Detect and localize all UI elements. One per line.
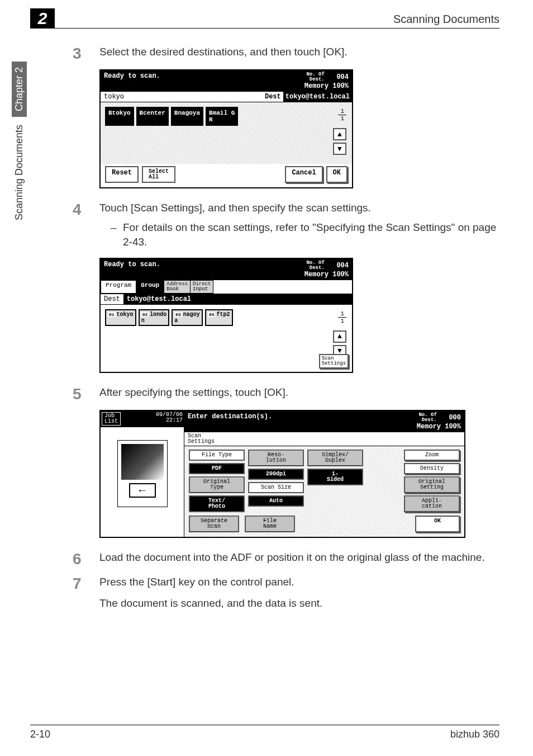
tab-direct-input[interactable]: Direct Input: [190, 280, 213, 294]
product-name: bizhub 360: [450, 729, 499, 740]
job-list-button[interactable]: Job List: [102, 412, 121, 426]
original-type-value: Text/ Photo: [189, 495, 245, 512]
tab-group[interactable]: Group: [136, 280, 164, 294]
chapter-number-badge: 2: [30, 8, 55, 29]
scan-size-value: Auto: [248, 495, 304, 507]
resolution-button[interactable]: Reso- lution: [248, 450, 304, 466]
step-text: After specifying the settings, touch [OK…: [99, 385, 499, 400]
page-header-title: Scanning Documents: [30, 13, 499, 26]
orientation-arrow-icon: ←: [129, 483, 156, 498]
cancel-button[interactable]: Cancel: [285, 166, 322, 183]
page-footer: 2-10 bizhub 360: [30, 725, 499, 740]
page-number: 2-10: [30, 729, 50, 740]
ok-button[interactable]: OK: [415, 516, 460, 532]
destination-chip[interactable]: Btokyo: [105, 107, 134, 126]
step-number: 3: [73, 45, 99, 62]
lcd-dest-label: Dest: [101, 294, 123, 304]
step-number: 7: [73, 575, 99, 592]
zoom-button[interactable]: Zoom: [404, 450, 460, 461]
step-text: Select the desired destinations, and the…: [99, 45, 499, 60]
step-subtext: For details on the scan settings, refer …: [123, 220, 499, 250]
reset-button[interactable]: Reset: [105, 166, 139, 183]
resolution-value: 200dpi: [248, 469, 304, 480]
destination-chip[interactable]: 01tokyo: [105, 309, 136, 326]
lcd-scan-settings: Job List 09/07/06 22:17 ← Enter destinat…: [99, 410, 465, 538]
bullet-dash: –: [111, 220, 123, 250]
lcd-select-destinations: Ready to scan. No. Of Dest. 004Memory 10…: [99, 69, 353, 188]
scroll-down-button[interactable]: ▼: [333, 143, 346, 155]
lcd-dest-count: No. Of Dest. 004Memory 100%: [301, 259, 352, 280]
simplex-duplex-button[interactable]: Simplex/ Duplex: [307, 450, 363, 466]
file-type-button[interactable]: File Type: [189, 450, 245, 461]
lcd-prompt: Enter destination(s).: [188, 413, 417, 431]
step-number: 5: [73, 385, 99, 402]
side-tabs: Chapter 2 Scanning Documents: [10, 62, 28, 228]
destination-chip[interactable]: Bnagoya: [171, 107, 203, 126]
ok-button[interactable]: OK: [326, 166, 348, 183]
step-number: 4: [73, 201, 99, 218]
lcd-status: Ready to scan.: [101, 70, 301, 92]
step-text: Load the document into the ADF or positi…: [99, 550, 499, 565]
step-followup: The document is scanned, and the data is…: [99, 596, 499, 611]
original-preview: ←: [101, 427, 184, 521]
select-all-button[interactable]: Select All: [142, 166, 175, 183]
tab-program[interactable]: Program: [101, 280, 136, 294]
original-setting-button[interactable]: Original Setting: [404, 476, 460, 493]
lcd-status: Ready to scan.: [101, 259, 301, 280]
destination-chip[interactable]: 03nagoy a: [172, 309, 203, 326]
page-fraction: 1 1: [338, 310, 346, 324]
scan-settings-button[interactable]: Scan Settings: [319, 354, 349, 368]
lcd-dest-value: tokyo@test.local: [123, 294, 352, 304]
step-text: Touch [Scan Settings], and then specify …: [99, 202, 371, 214]
step-text: Press the [Start] key on the control pan…: [99, 576, 294, 588]
destination-chip[interactable]: 02londo n: [139, 309, 170, 326]
side-tab-section: Scanning Documents: [12, 119, 27, 226]
destination-chip[interactable]: Bmail G R: [206, 107, 238, 126]
lcd-scan-main: Ready to scan. No. Of Dest. 004Memory 10…: [99, 258, 353, 373]
lcd-dest-label: Dest: [263, 92, 283, 102]
destination-chip[interactable]: 04ftp2: [205, 309, 233, 326]
side-tab-chapter: Chapter 2: [12, 62, 27, 117]
separate-scan-button[interactable]: Separate Scan: [189, 516, 239, 532]
page-header: 2 Scanning Documents: [30, 13, 499, 29]
density-button[interactable]: Density: [404, 463, 460, 474]
destination-chip[interactable]: Bcenter: [136, 107, 169, 126]
step-number: 6: [73, 550, 99, 567]
lcd-dest-value: tokyo@test.local: [283, 92, 352, 102]
lcd-filter-text: tokyo: [101, 92, 263, 102]
file-type-value: PDF: [189, 463, 245, 474]
application-button[interactable]: Appli- cation: [404, 495, 460, 512]
lcd-dest-count: No. Of Dest. 004Memory 100%: [301, 70, 352, 92]
file-name-button[interactable]: File Name: [245, 516, 295, 532]
scroll-up-button[interactable]: ▲: [333, 330, 346, 343]
scan-settings-label: Scan Settings: [184, 432, 464, 446]
lcd-dest-count: No. Of Dest. 000Memory 100%: [417, 413, 461, 431]
scan-size-button[interactable]: Scan Size: [248, 482, 304, 493]
original-type-button[interactable]: Original Type: [189, 476, 245, 493]
scroll-up-button[interactable]: ▲: [333, 128, 346, 140]
tab-address-book[interactable]: Address Book: [164, 280, 191, 294]
datetime: 09/07/06 22:17: [156, 412, 183, 426]
page-fraction: 1 1: [338, 108, 346, 122]
simplex-duplex-value: 1- Sided: [307, 469, 363, 485]
